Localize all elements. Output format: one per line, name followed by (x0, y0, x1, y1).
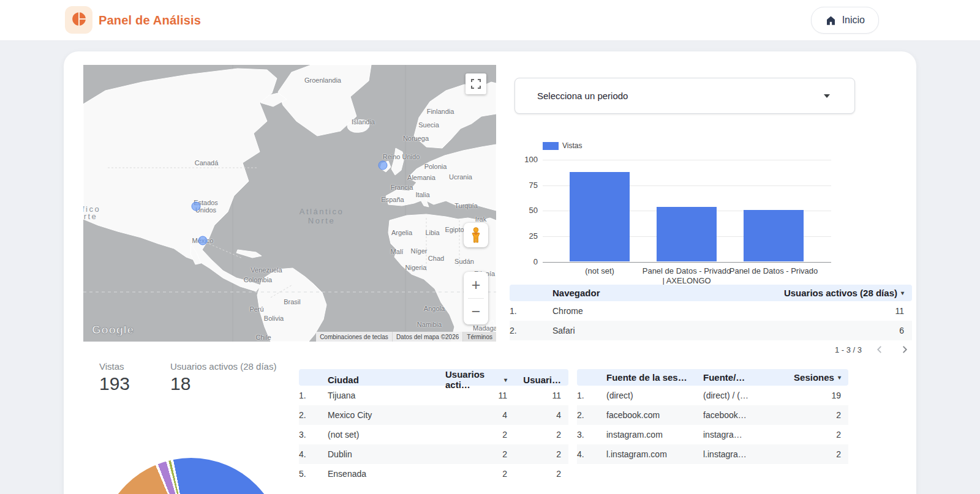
table-cell: instagram.com (606, 430, 703, 440)
table-cell: 3. (299, 430, 328, 440)
y-axis-tick-label: 75 (514, 181, 538, 190)
map-data-marker[interactable] (192, 202, 201, 211)
keyboard-shortcuts-chip[interactable]: Combinaciones de teclas (316, 332, 392, 342)
table-cell: l.instagra… (703, 449, 777, 459)
views-bar-chart: Vistas 0255075100(not set)Panel de Datos… (514, 137, 854, 287)
table-cell: 3. (577, 430, 606, 440)
chart-legend: Vistas (543, 141, 582, 150)
map-label: Ucrania (449, 173, 472, 181)
sort-arrow-icon[interactable]: ▾ (901, 290, 904, 296)
bar[interactable] (744, 210, 804, 262)
column-header-fuente-medio[interactable]: Fuente/… (703, 372, 777, 383)
y-axis-tick-label: 100 (514, 155, 538, 164)
table-cell: 2 (507, 430, 561, 440)
zoom-out-button[interactable]: − (464, 299, 488, 325)
map-label: Namibia (417, 321, 442, 328)
pie-chart-logo-icon (71, 11, 87, 29)
table-cell: 4 (445, 410, 507, 420)
table-cell: Chrome (552, 306, 769, 316)
world-map[interactable]: GroenlandiaIslandiaFinlandiaSueciaNorueg… (83, 65, 496, 342)
map-attribution: Combinaciones de teclas Datos del mapa ©… (316, 332, 496, 342)
gridline (543, 262, 831, 263)
bar[interactable] (657, 207, 717, 262)
map-label: Islandia (352, 118, 375, 125)
map-label: Irak (475, 215, 486, 223)
table-row: 1.(direct)(direct) / (…19 (577, 386, 848, 405)
table-cell: 2. (299, 410, 328, 420)
map-label: rte (84, 212, 98, 221)
map-label: Níger (411, 247, 428, 255)
table-cell: 4. (577, 449, 606, 459)
table-cell: 1. (577, 391, 606, 400)
table-cell: Ensenada (328, 469, 445, 479)
column-header-usuarios-activos[interactable]: Usuarios activos (28 días) ▾ (769, 288, 904, 298)
map-label: Atlántico Norte (300, 207, 344, 225)
table-cell: l.instagram.com (606, 449, 703, 459)
views-stat-value: 193 (99, 373, 130, 394)
table-cell: 1. (299, 391, 328, 400)
home-button[interactable]: Inicio (811, 7, 879, 34)
table-cell: 2. (510, 326, 552, 335)
column-header-sesiones[interactable]: Sesiones ▾ (777, 372, 841, 383)
map-label: Chad (428, 255, 444, 262)
map-label: Reino Unido (383, 153, 420, 160)
column-header-fuente[interactable]: Fuente de la ses… (606, 372, 703, 383)
map-label: Libia (425, 229, 439, 236)
y-axis-tick-label: 25 (514, 231, 538, 241)
table-cell: 2. (577, 410, 606, 420)
column-header-navegador[interactable]: Navegador (552, 288, 769, 298)
x-axis-category-label: (not set) (554, 266, 646, 276)
street-view-pegman-button[interactable] (464, 223, 488, 247)
map-data-marker[interactable] (379, 161, 388, 170)
active-users-stat-value: 18 (170, 373, 276, 394)
google-logo[interactable]: Google (92, 323, 134, 337)
map-label: Sudán (454, 258, 474, 265)
table-cell: 2 (445, 469, 507, 479)
pagination-range: 1 - 3 / 3 (835, 345, 862, 354)
chevron-down-icon (824, 94, 830, 98)
table-cell: 2 (507, 449, 561, 459)
active-users-stat: Usuarios activos (28 días) 18 (170, 361, 276, 394)
table-cell: Mexico City (328, 410, 445, 420)
pie-chart[interactable] (99, 458, 283, 494)
session-source-table: Fuente de la ses… Fuente/… Sesiones ▾ 1.… (577, 369, 848, 464)
map-label: Polonia (424, 163, 447, 170)
terms-link[interactable]: Términos (462, 332, 496, 342)
chevron-right-icon (898, 343, 911, 356)
browser-table-body: 1.Chrome112.Safari6 (510, 301, 912, 340)
column-header-ciudad[interactable]: Ciudad (328, 375, 445, 385)
table-row: 4.l.instagram.coml.instagra…2 (577, 444, 848, 464)
map-data-marker[interactable] (198, 236, 208, 245)
map-label: Brasil (284, 298, 301, 305)
zoom-in-button[interactable]: + (464, 272, 488, 298)
chevron-left-icon (873, 343, 886, 356)
map-label: Italia (415, 191, 429, 198)
previous-page-button[interactable] (872, 342, 887, 357)
next-page-button[interactable] (897, 342, 912, 357)
table-cell: 2 (777, 430, 841, 440)
table-cell: 2 (445, 449, 507, 459)
home-button-label: Inicio (842, 15, 865, 26)
home-icon (825, 15, 837, 26)
period-selector-label: Selecciona un periodo (537, 91, 628, 101)
table-cell: 2 (445, 430, 507, 440)
map-label: Alemania (407, 174, 435, 181)
pegman-icon (469, 227, 483, 243)
sort-arrow-icon[interactable]: ▾ (838, 374, 841, 381)
table-cell: Dublin (328, 449, 445, 459)
column-header-usuarios[interactable]: Usuari… (507, 375, 561, 385)
map-label: Nigeria (405, 264, 427, 271)
bar[interactable] (570, 172, 630, 262)
map-label: Chile (255, 334, 271, 341)
source-table-body: 1.(direct)(direct) / (…192.facebook.comf… (577, 386, 848, 464)
city-table-body: 1.Tijuana11112.Mexico City443.(not set)2… (299, 386, 568, 484)
column-header-usuarios-activos[interactable]: Usuarios acti… ▾ (445, 369, 507, 390)
fullscreen-icon (470, 78, 481, 89)
table-row: 3.(not set)22 (299, 425, 568, 444)
map-fullscreen-button[interactable] (466, 73, 486, 94)
period-selector[interactable]: Selecciona un periodo (514, 78, 855, 114)
app-logo (65, 6, 92, 34)
table-row: 1.Tijuana1111 (299, 386, 568, 405)
y-axis-tick-label: 0 (514, 257, 538, 266)
table-cell: 2 (777, 410, 841, 420)
